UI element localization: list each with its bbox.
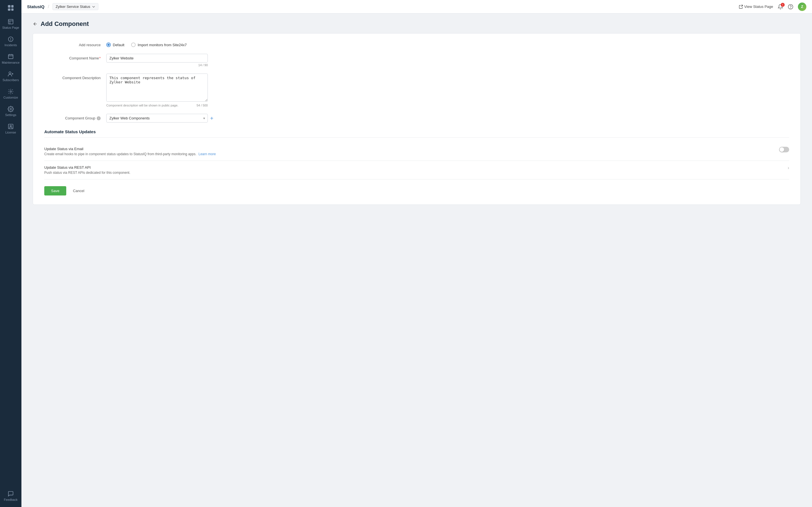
automate-rest-desc: Push status via REST APIs dedicated for … [44, 171, 783, 175]
help-icon [788, 4, 794, 10]
automate-email-row: Update Status via Email Create email hoo… [44, 142, 789, 161]
sidebar-item-settings[interactable]: Settings [0, 103, 21, 120]
back-button[interactable] [33, 21, 38, 26]
component-desc-helper: Component description will be shown in p… [106, 104, 179, 107]
license-icon [8, 123, 14, 129]
component-group-row: Component Group i Zylker Web Components … [44, 114, 789, 122]
component-desc-footer: Component description will be shown in p… [106, 103, 208, 107]
sidebar-item-maintenance[interactable]: Maintenance [0, 50, 21, 68]
svg-point-16 [791, 8, 791, 8]
incidents-icon [8, 36, 14, 42]
svg-point-11 [10, 91, 11, 93]
cancel-button[interactable]: Cancel [70, 186, 88, 195]
radio-import-circle [131, 43, 136, 47]
add-resource-row: Add resource Default Import monitors fro… [44, 43, 789, 47]
page-content: Add Component Add resource Default Impor… [21, 13, 812, 507]
brand-name: StatusIQ [27, 4, 45, 9]
component-name-label: Component Name* [44, 54, 101, 60]
automate-rest-row[interactable]: Update Status via REST API Push status v… [44, 161, 789, 179]
radio-default-dot [107, 44, 110, 46]
svg-point-15 [788, 4, 793, 9]
svg-rect-0 [8, 19, 13, 24]
customize-icon [8, 89, 14, 95]
sidebar-item-status-page[interactable]: Status Page [0, 15, 21, 33]
email-toggle-knob [779, 147, 784, 152]
required-asterisk: * [99, 56, 101, 60]
component-name-row: Component Name* 14 / 90 [44, 54, 789, 67]
component-group-label: Component Group i [44, 116, 101, 120]
radio-import[interactable]: Import monitors from Site24x7 [131, 43, 187, 47]
component-group-info-icon[interactable]: i [97, 116, 101, 120]
subscribers-icon [8, 71, 14, 77]
rest-api-chevron-icon: › [788, 165, 789, 170]
component-group-select-wrapper: Zylker Web Components Default Group ▾ [106, 114, 208, 122]
form-footer: Save Cancel [44, 186, 789, 195]
header-separator: / [48, 4, 49, 9]
maintenance-icon [8, 54, 14, 60]
automate-email-desc: Create email hooks to pipe in component … [44, 152, 774, 156]
status-page-icon [8, 18, 14, 25]
add-group-button[interactable]: + [210, 115, 213, 121]
component-desc-field: This component represents the status of … [106, 73, 208, 107]
automate-email-learn-more[interactable]: Learn more [199, 152, 216, 156]
settings-icon [8, 106, 14, 112]
radio-default-circle [106, 43, 111, 47]
avatar[interactable]: Z [798, 3, 806, 11]
feedback-icon [8, 491, 14, 497]
automate-rest-title: Update Status via REST API [44, 165, 783, 170]
component-desc-row: Component Description This component rep… [44, 73, 789, 107]
component-desc-char-count: 54 / 500 [197, 104, 208, 107]
grid-icon [8, 5, 13, 11]
notifications-button[interactable]: 1 [777, 4, 783, 10]
app-logo[interactable] [0, 2, 21, 15]
automate-rest-action: › [783, 165, 789, 170]
automate-email-action [774, 147, 789, 152]
header-right: View Status Page 1 Z [739, 3, 806, 11]
add-component-card: Add resource Default Import monitors fro… [33, 33, 801, 205]
external-link-icon [739, 5, 743, 9]
component-desc-label: Component Description [44, 73, 101, 80]
component-group-select[interactable]: Zylker Web Components Default Group [106, 114, 208, 122]
notification-badge: 1 [781, 3, 784, 7]
add-resource-label: Add resource [44, 43, 101, 47]
automate-rest-info: Update Status via REST API Push status v… [44, 165, 783, 175]
page-title-row: Add Component [33, 20, 801, 27]
sidebar-item-customize[interactable]: Customize [0, 85, 21, 103]
page-title: Add Component [41, 20, 89, 27]
svg-point-12 [10, 108, 11, 110]
automate-email-info: Update Status via Email Create email hoo… [44, 147, 774, 156]
sidebar: Status Page Incidents Maintenance Subscr… [0, 0, 21, 507]
back-arrow-icon [33, 21, 38, 26]
view-status-page-link[interactable]: View Status Page [739, 4, 773, 9]
svg-point-10 [9, 72, 11, 74]
email-toggle[interactable] [779, 147, 789, 152]
page-selector-dropdown[interactable]: Zylker Service Status [52, 3, 98, 10]
save-button[interactable]: Save [44, 186, 66, 195]
component-name-field: 14 / 90 [106, 54, 208, 67]
svg-rect-6 [8, 55, 13, 59]
svg-point-14 [10, 125, 11, 127]
svg-point-5 [11, 40, 11, 40]
sidebar-item-subscribers[interactable]: Subscribers [0, 68, 21, 85]
component-desc-textarea[interactable]: This component represents the status of … [106, 73, 208, 102]
sidebar-item-license[interactable]: License [0, 120, 21, 137]
sidebar-item-incidents[interactable]: Incidents [0, 33, 21, 50]
dropdown-chevron-icon [92, 5, 95, 8]
svg-rect-13 [8, 124, 13, 129]
automate-section-title: Automate Status Updates [44, 129, 789, 138]
resource-radio-group: Default Import monitors from Site24x7 [106, 43, 187, 47]
radio-default[interactable]: Default [106, 43, 124, 47]
sidebar-item-feedback[interactable]: Feedback [0, 487, 21, 505]
main-wrapper: StatusIQ / Zylker Service Status View St… [21, 0, 812, 507]
component-name-input[interactable] [106, 54, 208, 62]
component-group-field: Zylker Web Components Default Group ▾ + [106, 114, 213, 122]
automate-email-title: Update Status via Email [44, 147, 774, 151]
header: StatusIQ / Zylker Service Status View St… [21, 0, 812, 13]
component-name-char-count: 14 / 90 [106, 63, 208, 67]
help-button[interactable] [788, 4, 794, 10]
